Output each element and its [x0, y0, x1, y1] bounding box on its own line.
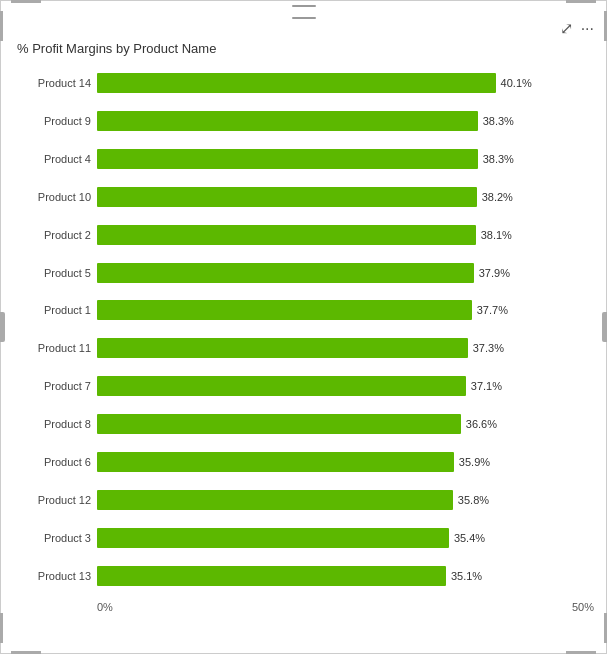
resize-handle-right[interactable] — [602, 312, 607, 342]
bar-track: 37.1% — [97, 375, 594, 397]
resize-handle-top-right[interactable] — [566, 0, 596, 3]
bar-label: Product 9 — [17, 115, 97, 127]
drag-handle[interactable] — [289, 5, 319, 19]
bar-fill[interactable] — [97, 300, 472, 320]
bar-track: 38.3% — [97, 148, 594, 170]
bar-track: 40.1% — [97, 72, 594, 94]
bar-value: 38.1% — [481, 229, 512, 241]
bar-value: 37.1% — [471, 380, 502, 392]
bar-value: 37.9% — [479, 267, 510, 279]
bar-row: Product 137.7% — [17, 292, 594, 330]
bar-label: Product 7 — [17, 380, 97, 392]
x-axis-max-label: 50% — [572, 601, 594, 613]
more-options-icon[interactable]: ··· — [581, 21, 594, 37]
bar-fill[interactable] — [97, 452, 454, 472]
bar-track: 36.6% — [97, 413, 594, 435]
bar-track: 38.3% — [97, 110, 594, 132]
bar-fill[interactable] — [97, 263, 474, 283]
bar-label: Product 14 — [17, 77, 97, 89]
bar-fill[interactable] — [97, 376, 466, 396]
bar-fill[interactable] — [97, 566, 446, 586]
bar-value: 37.3% — [473, 342, 504, 354]
bar-fill[interactable] — [97, 414, 461, 434]
bar-fill[interactable] — [97, 225, 476, 245]
bar-row: Product 438.3% — [17, 140, 594, 178]
bar-value: 38.3% — [483, 115, 514, 127]
bar-label: Product 8 — [17, 418, 97, 430]
bar-track: 37.3% — [97, 337, 594, 359]
bar-track: 35.8% — [97, 489, 594, 511]
bar-fill[interactable] — [97, 528, 449, 548]
bar-value: 37.7% — [477, 304, 508, 316]
chart-panel: ⤢ ··· % Profit Margins by Product Name P… — [0, 0, 607, 654]
bar-label: Product 13 — [17, 570, 97, 582]
bar-track: 37.7% — [97, 299, 594, 321]
bar-track: 37.9% — [97, 262, 594, 284]
bar-row: Product 1038.2% — [17, 178, 594, 216]
bar-track: 38.2% — [97, 186, 594, 208]
bar-label: Product 1 — [17, 304, 97, 316]
bar-track: 38.1% — [97, 224, 594, 246]
bar-value: 35.4% — [454, 532, 485, 544]
chart-toolbar: ⤢ ··· — [13, 21, 594, 37]
bar-track: 35.9% — [97, 451, 594, 473]
bar-fill[interactable] — [97, 338, 468, 358]
x-axis-min-label: 0% — [97, 601, 113, 613]
bar-label: Product 12 — [17, 494, 97, 506]
bar-row: Product 1137.3% — [17, 329, 594, 367]
bar-fill[interactable] — [97, 490, 453, 510]
bar-row: Product 537.9% — [17, 254, 594, 292]
bar-value: 38.2% — [482, 191, 513, 203]
chart-body: Product 1440.1%Product 938.3%Product 438… — [13, 64, 594, 595]
bar-value: 38.3% — [483, 153, 514, 165]
x-axis: 0% 50% — [13, 601, 594, 613]
bar-row: Product 238.1% — [17, 216, 594, 254]
bar-label: Product 4 — [17, 153, 97, 165]
bar-track: 35.4% — [97, 527, 594, 549]
bar-label: Product 2 — [17, 229, 97, 241]
bar-label: Product 11 — [17, 342, 97, 354]
resize-handle-top-left[interactable] — [11, 0, 41, 3]
bar-fill[interactable] — [97, 187, 477, 207]
bar-row: Product 1440.1% — [17, 64, 594, 102]
bar-value: 40.1% — [501, 77, 532, 89]
bar-value: 35.8% — [458, 494, 489, 506]
bar-row: Product 836.6% — [17, 405, 594, 443]
bar-value: 36.6% — [466, 418, 497, 430]
resize-handle-left-bottom[interactable] — [0, 613, 3, 643]
bar-fill[interactable] — [97, 111, 478, 131]
bar-label: Product 10 — [17, 191, 97, 203]
bar-row: Product 737.1% — [17, 367, 594, 405]
chart-title: % Profit Margins by Product Name — [13, 41, 594, 56]
resize-handle-left-top[interactable] — [0, 11, 3, 41]
bar-label: Product 6 — [17, 456, 97, 468]
bar-value: 35.9% — [459, 456, 490, 468]
bar-value: 35.1% — [451, 570, 482, 582]
bar-row: Product 635.9% — [17, 443, 594, 481]
bar-label: Product 3 — [17, 532, 97, 544]
bar-fill[interactable] — [97, 73, 496, 93]
bar-label: Product 5 — [17, 267, 97, 279]
bar-row: Product 938.3% — [17, 102, 594, 140]
bar-track: 35.1% — [97, 565, 594, 587]
bar-row: Product 335.4% — [17, 519, 594, 557]
bar-fill[interactable] — [97, 149, 478, 169]
resize-handle-left[interactable] — [0, 312, 5, 342]
bar-row: Product 1235.8% — [17, 481, 594, 519]
expand-icon[interactable]: ⤢ — [560, 21, 573, 37]
bar-row: Product 1335.1% — [17, 557, 594, 595]
